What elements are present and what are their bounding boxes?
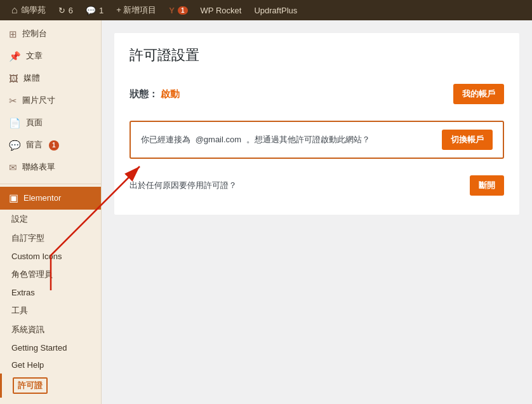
sidebar-divider (0, 184, 101, 184)
submenu-custom-fonts-label: 自訂字型 (11, 233, 44, 243)
site-name-label: 鴿學苑 (21, 4, 46, 16)
submenu-get-help-label: Get Help (11, 360, 44, 370)
deactivate-button[interactable]: 斷開 (470, 175, 504, 196)
page-title: 許可證設置 (130, 46, 504, 65)
updraftplus-label: UpdraftPlus (254, 6, 297, 15)
yoast-icon: Y (169, 6, 175, 15)
admin-bar: ⌂ 鴿學苑 ↻ 6 💬 1 + 新增項目 Y 1 WP Rocket Updra… (0, 0, 532, 20)
yoast-badge: 1 (178, 6, 188, 15)
submenu-system-info-label: 系統資訊 (11, 325, 44, 334)
connected-alert: 你已經連接為 @gmail.com 。想通過其他許可證啟動此網站？ 切換帳戶 (130, 121, 504, 159)
submenu-license-label: 許可證 (13, 377, 48, 394)
pages-icon: 📄 (9, 116, 21, 130)
status-row: 狀態： 啟動 我的帳戶 (130, 77, 504, 111)
submenu-custom-icons-label: Custom Icons (11, 252, 62, 261)
sidebar-item-pages[interactable]: 📄 頁面 (0, 112, 101, 134)
comments-count: 1 (99, 6, 103, 15)
status-section: 狀態： 啟動 (130, 88, 180, 100)
submenu-tools-label: 工具 (11, 306, 28, 315)
sidebar: ⊞ 控制台 📌 文章 🖼 媒體 ✂ 圖片尺寸 📄 頁面 💬 留言 (0, 20, 102, 404)
submenu-license[interactable]: 許可證 (0, 374, 101, 398)
updates-item[interactable]: ↻ 6 (52, 0, 79, 20)
new-item[interactable]: + 新增項目 (110, 0, 163, 20)
comments-label: 留言 (26, 139, 43, 151)
my-account-button[interactable]: 我的帳戶 (453, 84, 504, 104)
image-size-icon: ✂ (9, 94, 17, 107)
status-label: 狀態： (130, 88, 158, 99)
articles-label: 文章 (26, 50, 43, 62)
status-value: 啟動 (161, 88, 180, 99)
sidebar-item-articles[interactable]: 📌 文章 (0, 45, 101, 67)
submenu-extras-label: Extras (11, 288, 35, 297)
submenu-custom-fonts[interactable]: 自訂字型 (0, 229, 101, 248)
comments-icon: 💬 (86, 6, 96, 15)
wp-icon: ⌂ (11, 4, 18, 16)
comments-icon: 💬 (9, 138, 21, 152)
dashboard-icon: ⊞ (9, 27, 17, 41)
sidebar-item-dashboard[interactable]: ⊞ 控制台 (0, 23, 101, 45)
connected-email: @gmail.com (196, 135, 241, 144)
articles-icon: 📌 (9, 50, 21, 63)
submenu-getting-started[interactable]: Getting Started (0, 339, 101, 356)
media-icon: 🖼 (9, 72, 18, 85)
comments-badge: 1 (49, 140, 59, 151)
connected-suffix: 。想通過其他許可證啟動此網站？ (246, 135, 370, 144)
elementor-icon: ▣ (9, 191, 18, 205)
main-nav: ⊞ 控制台 📌 文章 🖼 媒體 ✂ 圖片尺寸 📄 頁面 💬 留言 (0, 20, 101, 181)
contact-label: 聯絡表單 (22, 161, 55, 173)
deactivate-text: 出於任何原因要停用許可證？ (130, 180, 237, 191)
updates-icon: ↻ (58, 6, 65, 15)
submenu-roles-label: 角色管理員 (11, 269, 53, 279)
elementor-label: Elementor (23, 192, 61, 204)
sidebar-item-elementor[interactable]: ▣ Elementor (0, 187, 101, 210)
image-size-label: 圖片尺寸 (22, 95, 55, 106)
sidebar-item-image-size[interactable]: ✂ 圖片尺寸 (0, 90, 101, 112)
new-item-label: + 新增項目 (116, 4, 156, 16)
media-label: 媒體 (23, 72, 40, 84)
dashboard-label: 控制台 (22, 28, 47, 39)
updraftplus-item[interactable]: UpdraftPlus (248, 0, 303, 20)
submenu-getting-started-label: Getting Started (11, 343, 67, 353)
deactivate-row: 出於任何原因要停用許可證？ 斷開 (130, 169, 504, 202)
wprocket-label: WP Rocket (201, 6, 242, 15)
connected-text: 你已經連接為 @gmail.com 。想通過其他許可證啟動此網站？ (141, 134, 370, 145)
submenu-system-info[interactable]: 系統資訊 (0, 320, 101, 339)
sidebar-item-comments[interactable]: 💬 留言 1 (0, 134, 101, 156)
submenu-custom-icons[interactable]: Custom Icons (0, 248, 101, 265)
submenu-tools[interactable]: 工具 (0, 301, 101, 320)
site-name[interactable]: ⌂ 鴿學苑 (5, 0, 52, 20)
content-area: 許可證設置 狀態： 啟動 我的帳戶 你已經連接為 @gmail.com 。想通過… (114, 33, 519, 215)
yoast-item[interactable]: Y 1 (163, 0, 194, 20)
main-content: 許可證設置 狀態： 啟動 我的帳戶 你已經連接為 @gmail.com 。想通過… (102, 20, 532, 404)
updates-count: 6 (69, 6, 73, 15)
sidebar-item-contact[interactable]: ✉ 聯絡表單 (0, 156, 101, 178)
pages-label: 頁面 (26, 117, 43, 128)
submenu-extras[interactable]: Extras (0, 284, 101, 301)
submenu-get-help[interactable]: Get Help (0, 356, 101, 374)
wprocket-item[interactable]: WP Rocket (194, 0, 248, 20)
submenu-settings[interactable]: 設定 (0, 210, 101, 229)
connected-prefix: 你已經連接為 (141, 135, 190, 144)
submenu-settings-label: 設定 (11, 214, 28, 224)
submenu-roles[interactable]: 角色管理員 (0, 265, 101, 284)
switch-account-button[interactable]: 切換帳戶 (442, 130, 493, 150)
contact-icon: ✉ (9, 161, 17, 174)
comments-item[interactable]: 💬 1 (79, 0, 110, 20)
sidebar-item-media[interactable]: 🖼 媒體 (0, 67, 101, 90)
